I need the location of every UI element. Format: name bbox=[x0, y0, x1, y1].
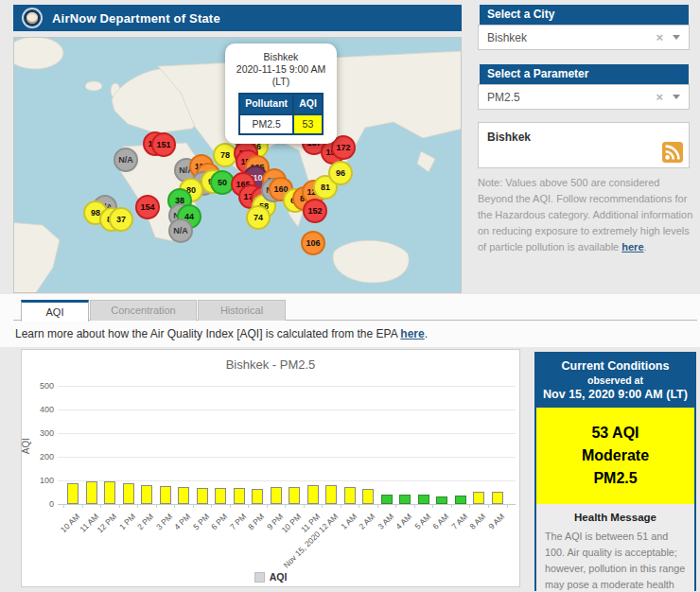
x-axis-tick bbox=[414, 504, 415, 508]
popup-pollutant-value: PM2.5 bbox=[239, 114, 293, 134]
aqi-bar bbox=[178, 487, 189, 504]
x-axis-tick bbox=[451, 504, 452, 508]
x-axis-tick bbox=[82, 504, 83, 508]
popup-col-pollutant: Pollutant bbox=[239, 94, 293, 113]
learn-more-here-link[interactable]: here bbox=[400, 327, 424, 340]
aqi-bar bbox=[307, 485, 319, 504]
aqi-map-marker[interactable]: 37 bbox=[109, 207, 133, 232]
aqi-bar bbox=[104, 481, 115, 504]
aqi-bar-chart: Bishkek - PM2.5 AQI 010020030040050010 A… bbox=[21, 349, 520, 587]
x-axis-tick bbox=[395, 504, 396, 508]
city-feed-box: Bishkek bbox=[478, 122, 690, 168]
feed-city-label: Bishkek bbox=[487, 131, 531, 144]
x-axis-tick bbox=[211, 504, 212, 508]
parameter-dropdown-arrow-icon[interactable] bbox=[673, 95, 680, 99]
city-clear-icon[interactable]: × bbox=[656, 31, 663, 44]
cc-health-title: Health Message bbox=[545, 512, 686, 523]
x-axis-tick bbox=[248, 504, 249, 508]
aqi-map-marker[interactable]: N/A bbox=[114, 148, 138, 172]
aqi-bar bbox=[473, 492, 484, 504]
cc-aqi-block: 53 AQI Moderate PM2.5 bbox=[536, 408, 694, 504]
note-text: Note: Values above 500 are considered Be… bbox=[478, 177, 692, 252]
chart-gridline bbox=[58, 433, 516, 434]
aqi-bar bbox=[86, 481, 97, 504]
aqi-bar bbox=[362, 489, 374, 504]
x-axis-tick bbox=[359, 504, 359, 508]
select-city-header: Select a City bbox=[480, 5, 689, 25]
parameter-select[interactable]: PM2.5 × bbox=[478, 84, 690, 110]
aqi-bar bbox=[399, 495, 411, 504]
popup-table: Pollutant AQI PM2.5 53 bbox=[238, 93, 324, 134]
rss-icon[interactable] bbox=[662, 142, 683, 163]
aqi-bar bbox=[234, 488, 245, 504]
aqi-bar bbox=[197, 488, 208, 504]
aqi-bar bbox=[436, 496, 447, 504]
x-axis-tick bbox=[341, 504, 341, 508]
x-axis-tick bbox=[507, 504, 508, 508]
cc-datetime: Nov 15, 2020 9:00 AM (LT) bbox=[540, 388, 691, 401]
cc-aqi-category: Moderate bbox=[540, 444, 691, 467]
aqi-map-marker[interactable]: 106 bbox=[301, 231, 325, 255]
aqi-bar bbox=[492, 492, 503, 504]
airnow-page: AirNow Department of State 175151N/AN/A1… bbox=[0, 0, 700, 592]
x-axis-tick bbox=[100, 504, 101, 508]
chart-gridline bbox=[58, 480, 516, 481]
aqi-bar bbox=[289, 487, 300, 504]
x-axis-tick bbox=[488, 504, 489, 508]
chart-gridline bbox=[58, 386, 516, 387]
learn-more-prefix: Learn more about how the Air Quality Ind… bbox=[15, 327, 400, 340]
aqi-map-marker[interactable]: 96 bbox=[328, 161, 353, 185]
x-axis-tick bbox=[377, 504, 378, 508]
current-conditions-panel: Current Conditions observed at Nov 15, 2… bbox=[534, 352, 696, 591]
legend-label: AQI bbox=[270, 571, 288, 583]
state-department-seal-icon bbox=[22, 8, 43, 28]
aqi-map-marker[interactable]: 151 bbox=[151, 132, 176, 157]
y-axis-tick-label: 300 bbox=[27, 428, 54, 438]
aqi-map-marker[interactable]: 74 bbox=[246, 205, 271, 230]
x-axis-tick bbox=[119, 504, 120, 508]
aqi-bar bbox=[455, 496, 466, 504]
y-axis-tick-label: 100 bbox=[27, 476, 54, 485]
note-suffix: . bbox=[644, 241, 647, 252]
y-axis-tick-label: 500 bbox=[27, 381, 54, 391]
tab-aqi[interactable]: AQI bbox=[21, 300, 89, 322]
note-here-link[interactable]: here bbox=[621, 241, 643, 252]
map-popup: Bishkek 2020-11-15 9:00 AM (LT) Pollutan… bbox=[225, 44, 337, 144]
city-select[interactable]: Bishkek × bbox=[478, 25, 690, 50]
aqi-map-marker[interactable]: 154 bbox=[135, 195, 160, 219]
y-axis-tick-label: 200 bbox=[27, 452, 54, 461]
aqi-bar bbox=[381, 495, 393, 504]
chart-gridline bbox=[58, 504, 516, 505]
tab-concentration[interactable]: Concentration bbox=[90, 300, 197, 321]
cc-observed-at: observed at bbox=[540, 374, 691, 386]
chart-legend[interactable]: AQI bbox=[22, 571, 519, 583]
aqi-bar bbox=[252, 489, 263, 504]
y-axis-tick-label: 400 bbox=[27, 405, 54, 414]
aqi-bar bbox=[271, 487, 282, 504]
cc-aqi-value: 53 AQI bbox=[540, 422, 691, 444]
aqi-note: Note: Values above 500 are considered Be… bbox=[478, 175, 695, 255]
aqi-bar bbox=[160, 486, 171, 504]
aqi-bar bbox=[141, 485, 152, 504]
aqi-bar bbox=[215, 488, 226, 504]
cc-health-section: Health Message The AQI is between 51 and… bbox=[536, 504, 694, 592]
x-axis-tick bbox=[304, 504, 305, 508]
chart-gridline bbox=[58, 409, 516, 410]
city-select-value: Bishkek bbox=[487, 31, 656, 44]
tab-historical[interactable]: Historical bbox=[198, 300, 286, 321]
chart-title: Bishkek - PM2.5 bbox=[22, 357, 519, 372]
city-dropdown-arrow-icon[interactable] bbox=[673, 35, 680, 40]
x-axis-tick bbox=[285, 504, 286, 508]
aqi-map-marker[interactable]: N/A bbox=[168, 218, 193, 243]
popup-col-aqi: AQI bbox=[293, 94, 323, 113]
cc-aqi-pollutant: PM2.5 bbox=[540, 467, 691, 490]
parameter-clear-icon[interactable]: × bbox=[656, 91, 663, 103]
cc-title: Current Conditions bbox=[540, 359, 691, 373]
aqi-bar bbox=[344, 487, 356, 504]
x-axis-tick bbox=[230, 504, 231, 508]
popup-datetime: 2020-11-15 9:00 AM bbox=[231, 63, 331, 76]
aqi-map-marker[interactable]: 152 bbox=[303, 199, 327, 223]
world-aqi-map[interactable]: 175151N/AN/A118130N/A9250807838154N/A988… bbox=[13, 37, 462, 293]
learn-more-suffix: . bbox=[425, 327, 428, 340]
popup-timezone: (LT) bbox=[231, 76, 331, 88]
